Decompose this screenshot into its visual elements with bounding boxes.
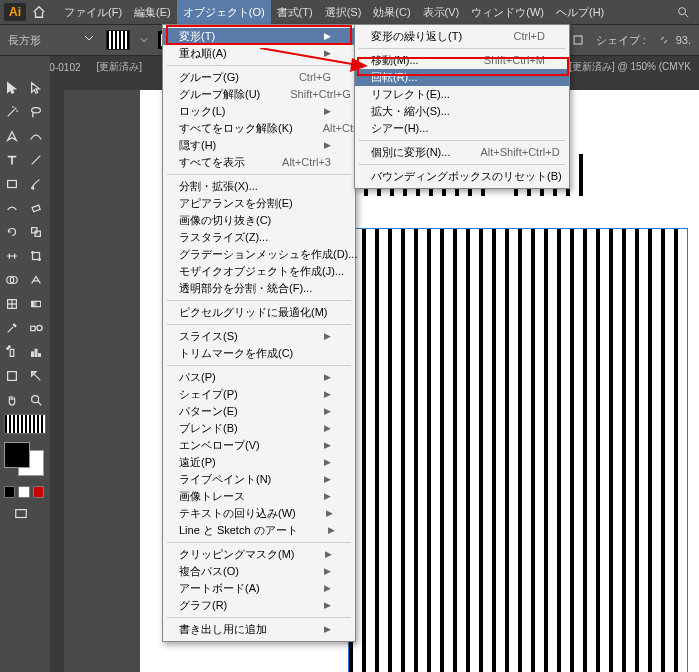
artboard-tool-icon[interactable]: [1, 365, 23, 387]
menu-item[interactable]: 画像トレース▶: [163, 488, 355, 505]
chevron-down-icon[interactable]: [134, 30, 154, 50]
menubar-item[interactable]: ウィンドウ(W): [465, 0, 550, 24]
menu-item[interactable]: 変形の繰り返し(T)Ctrl+D: [355, 28, 569, 45]
menu-item[interactable]: シェイプ(P)▶: [163, 386, 355, 403]
submenu-arrow-icon: ▶: [324, 454, 331, 471]
shaper-tool-icon[interactable]: [1, 197, 23, 219]
rectangle-tool-icon[interactable]: [1, 173, 23, 195]
curvature-tool-icon[interactable]: [25, 125, 47, 147]
menu-item[interactable]: 透明部分を分割・統合(F)...: [163, 280, 355, 297]
eyedropper-tool-icon[interactable]: [1, 317, 23, 339]
chevron-down-icon[interactable]: [84, 33, 98, 47]
menu-item[interactable]: 拡大・縮小(S)...: [355, 103, 569, 120]
menu-item[interactable]: 個別に変形(N)...Alt+Shift+Ctrl+D: [355, 144, 569, 161]
line-tool-icon[interactable]: [25, 149, 47, 171]
menu-item[interactable]: アピアランスを分割(E): [163, 195, 355, 212]
rotate-tool-icon[interactable]: [1, 221, 23, 243]
zoom-tool-icon[interactable]: [25, 389, 47, 411]
menu-item[interactable]: 分割・拡張(X)...: [163, 178, 355, 195]
gradient-tool-icon[interactable]: [25, 293, 47, 315]
home-icon[interactable]: [30, 3, 48, 21]
menu-item[interactable]: 書き出し用に追加▶: [163, 621, 355, 638]
paintbrush-tool-icon[interactable]: [25, 173, 47, 195]
menu-item[interactable]: クリッピングマスク(M)▶: [163, 546, 355, 563]
svg-rect-9: [32, 228, 37, 233]
menubar-item[interactable]: 表示(V): [417, 0, 466, 24]
graph-tool-icon[interactable]: [25, 341, 47, 363]
menu-item[interactable]: 遠近(P)▶: [163, 454, 355, 471]
menu-item[interactable]: すべてをロック解除(K)Alt+Ctrl+2: [163, 120, 355, 137]
submenu-arrow-icon: ▶: [324, 328, 331, 345]
svg-rect-19: [32, 301, 41, 306]
mesh-tool-icon[interactable]: [1, 293, 23, 315]
menu-item[interactable]: Line と Sketch のアート▶: [163, 522, 355, 539]
link-icon[interactable]: [654, 30, 674, 50]
menu-item[interactable]: エンベロープ(V)▶: [163, 437, 355, 454]
menu-item[interactable]: ブレンド(B)▶: [163, 420, 355, 437]
menu-item-label: 回転(R)...: [371, 69, 417, 86]
menu-item[interactable]: ラスタライズ(Z)...: [163, 229, 355, 246]
menu-item[interactable]: グラデーションメッシュを作成(D)...: [163, 246, 355, 263]
pattern-swatch[interactable]: [4, 414, 46, 434]
menu-item[interactable]: 複合パス(O)▶: [163, 563, 355, 580]
menu-item[interactable]: アートボード(A)▶: [163, 580, 355, 597]
menu-item[interactable]: ライブペイント(N)▶: [163, 471, 355, 488]
fill-stroke-swatch[interactable]: [4, 442, 44, 476]
shape-builder-tool-icon[interactable]: [1, 269, 23, 291]
menu-item[interactable]: スライス(S)▶: [163, 328, 355, 345]
menu-item[interactable]: グループ解除(U)Shift+Ctrl+G: [163, 86, 355, 103]
width-tool-icon[interactable]: [1, 245, 23, 267]
menu-item-label: 画像トレース: [179, 488, 245, 505]
magic-wand-tool-icon[interactable]: [1, 101, 23, 123]
lasso-tool-icon[interactable]: [25, 101, 47, 123]
menu-item[interactable]: パターン(E)▶: [163, 403, 355, 420]
submenu-arrow-icon: ▶: [324, 420, 331, 437]
menu-item[interactable]: 移動(M)...Shift+Ctrl+M: [355, 52, 569, 69]
menubar-item[interactable]: 選択(S): [319, 0, 368, 24]
pen-tool-icon[interactable]: [1, 125, 23, 147]
menu-separator: [359, 164, 565, 165]
menu-item[interactable]: バウンディングボックスのリセット(B): [355, 168, 569, 185]
menu-item[interactable]: ロック(L)▶: [163, 103, 355, 120]
hand-tool-icon[interactable]: [1, 389, 23, 411]
menu-separator: [359, 48, 565, 49]
menu-item[interactable]: リフレクト(E)...: [355, 86, 569, 103]
perspective-tool-icon[interactable]: [25, 269, 47, 291]
type-tool-icon[interactable]: [1, 149, 23, 171]
menu-item-label: リフレクト(E)...: [371, 86, 450, 103]
selection-tool-icon[interactable]: [1, 77, 23, 99]
blend-tool-icon[interactable]: [25, 317, 47, 339]
menu-item-label: クリッピングマスク(M): [179, 546, 295, 563]
menu-item[interactable]: 変形(T)▶: [163, 28, 355, 45]
menu-item[interactable]: 隠す(H)▶: [163, 137, 355, 154]
menu-item[interactable]: モザイクオブジェクトを作成(J)...: [163, 263, 355, 280]
menu-item[interactable]: グラフ(R)▶: [163, 597, 355, 614]
menubar-item[interactable]: オブジェクト(O): [177, 0, 271, 24]
menu-item[interactable]: パス(P)▶: [163, 369, 355, 386]
menu-item[interactable]: トリムマークを作成(C): [163, 345, 355, 362]
menu-item[interactable]: ピクセルグリッドに最適化(M): [163, 304, 355, 321]
menu-item[interactable]: テキストの回り込み(W)▶: [163, 505, 355, 522]
menu-item[interactable]: 回転(R)...: [355, 69, 569, 86]
menubar-item[interactable]: ファイル(F): [58, 0, 128, 24]
free-transform-tool-icon[interactable]: [25, 245, 47, 267]
svg-point-21: [37, 325, 42, 330]
scale-tool-icon[interactable]: [25, 221, 47, 243]
menubar-item[interactable]: 書式(T): [271, 0, 319, 24]
menubar-item[interactable]: ヘルプ(H): [550, 0, 610, 24]
fill-swatch[interactable]: [106, 30, 130, 50]
symbol-sprayer-tool-icon[interactable]: [1, 341, 23, 363]
transform-icon[interactable]: [568, 30, 588, 50]
menu-item[interactable]: 画像の切り抜き(C): [163, 212, 355, 229]
screen-mode-icon[interactable]: [1, 503, 41, 525]
menu-item[interactable]: シアー(H)...: [355, 120, 569, 137]
draw-mode-icons[interactable]: [4, 486, 44, 498]
slice-tool-icon[interactable]: [25, 365, 47, 387]
eraser-tool-icon[interactable]: [25, 197, 47, 219]
search-icon[interactable]: [673, 2, 693, 22]
menubar-item[interactable]: 編集(E): [128, 0, 177, 24]
direct-select-tool-icon[interactable]: [25, 77, 47, 99]
menubar-item[interactable]: 効果(C): [367, 0, 416, 24]
selected-stripe-rectangle[interactable]: [348, 228, 688, 672]
menu-item[interactable]: すべてを表示Alt+Ctrl+3: [163, 154, 355, 171]
